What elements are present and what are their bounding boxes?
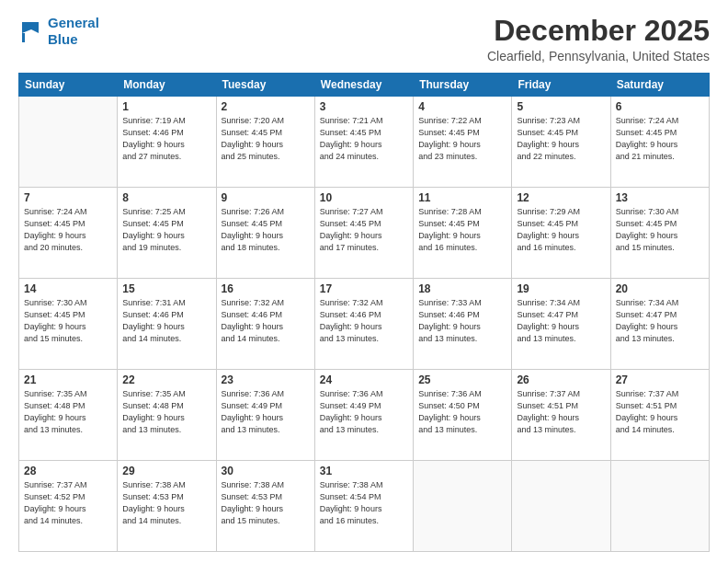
day-cell [512,461,610,552]
day-number: 16 [222,282,310,295]
day-info: Sunrise: 7:36 AM Sunset: 4:49 PM Dayligh… [222,388,310,436]
logo-icon [18,18,44,44]
day-cell: 29Sunrise: 7:38 AM Sunset: 4:53 PM Dayli… [118,461,216,552]
day-info: Sunrise: 7:36 AM Sunset: 4:49 PM Dayligh… [320,388,408,436]
day-cell: 25Sunrise: 7:36 AM Sunset: 4:50 PM Dayli… [414,370,512,461]
day-number: 3 [320,100,408,113]
day-info: Sunrise: 7:37 AM Sunset: 4:51 PM Dayligh… [616,388,704,436]
day-info: Sunrise: 7:38 AM Sunset: 4:53 PM Dayligh… [122,479,210,527]
day-cell: 3Sunrise: 7:21 AM Sunset: 4:45 PM Daylig… [314,97,413,188]
day-cell: 23Sunrise: 7:36 AM Sunset: 4:49 PM Dayli… [216,370,314,461]
page: General Blue December 2025 Clearfield, P… [0,0,728,563]
week-row-1: 7Sunrise: 7:24 AM Sunset: 4:45 PM Daylig… [19,188,710,279]
day-info: Sunrise: 7:32 AM Sunset: 4:46 PM Dayligh… [320,297,408,345]
day-cell [19,97,118,188]
day-cell: 9Sunrise: 7:26 AM Sunset: 4:45 PM Daylig… [216,188,314,279]
day-cell: 17Sunrise: 7:32 AM Sunset: 4:46 PM Dayli… [314,279,413,370]
month-title: December 2025 [487,15,710,47]
calendar-table: SundayMondayTuesdayWednesdayThursdayFrid… [18,73,710,552]
day-number: 8 [122,191,210,204]
day-info: Sunrise: 7:33 AM Sunset: 4:46 PM Dayligh… [418,297,506,345]
weekday-header-row: SundayMondayTuesdayWednesdayThursdayFrid… [19,74,710,97]
day-cell: 18Sunrise: 7:33 AM Sunset: 4:46 PM Dayli… [414,279,512,370]
day-cell: 16Sunrise: 7:32 AM Sunset: 4:46 PM Dayli… [216,279,314,370]
day-number: 6 [616,100,704,113]
logo-text: General Blue [48,15,99,48]
day-info: Sunrise: 7:19 AM Sunset: 4:46 PM Dayligh… [122,115,210,163]
day-number: 9 [222,191,310,204]
day-cell: 1Sunrise: 7:19 AM Sunset: 4:46 PM Daylig… [118,97,216,188]
day-number: 18 [418,282,506,295]
day-number: 25 [418,373,506,386]
day-info: Sunrise: 7:34 AM Sunset: 4:47 PM Dayligh… [517,297,605,345]
week-row-2: 14Sunrise: 7:30 AM Sunset: 4:45 PM Dayli… [19,279,710,370]
weekday-header-sunday: Sunday [19,74,118,97]
day-cell: 13Sunrise: 7:30 AM Sunset: 4:45 PM Dayli… [610,188,709,279]
day-cell: 6Sunrise: 7:24 AM Sunset: 4:45 PM Daylig… [610,97,709,188]
day-cell: 19Sunrise: 7:34 AM Sunset: 4:47 PM Dayli… [512,279,610,370]
day-info: Sunrise: 7:34 AM Sunset: 4:47 PM Dayligh… [616,297,704,345]
day-info: Sunrise: 7:23 AM Sunset: 4:45 PM Dayligh… [517,115,605,163]
day-number: 24 [320,373,408,386]
day-cell [414,461,512,552]
day-cell: 11Sunrise: 7:28 AM Sunset: 4:45 PM Dayli… [414,188,512,279]
day-info: Sunrise: 7:35 AM Sunset: 4:48 PM Dayligh… [122,388,210,436]
day-number: 7 [24,191,112,204]
day-info: Sunrise: 7:37 AM Sunset: 4:52 PM Dayligh… [24,479,112,527]
weekday-header-saturday: Saturday [610,74,709,97]
day-info: Sunrise: 7:30 AM Sunset: 4:45 PM Dayligh… [616,206,704,254]
logo: General Blue [18,15,99,48]
day-number: 17 [320,282,408,295]
weekday-header-monday: Monday [118,74,216,97]
day-cell: 5Sunrise: 7:23 AM Sunset: 4:45 PM Daylig… [512,97,610,188]
day-number: 10 [320,191,408,204]
day-cell: 15Sunrise: 7:31 AM Sunset: 4:46 PM Dayli… [118,279,216,370]
day-cell: 7Sunrise: 7:24 AM Sunset: 4:45 PM Daylig… [19,188,118,279]
day-info: Sunrise: 7:25 AM Sunset: 4:45 PM Dayligh… [122,206,210,254]
day-cell: 21Sunrise: 7:35 AM Sunset: 4:48 PM Dayli… [19,370,118,461]
day-number: 30 [222,465,310,477]
day-number: 4 [418,100,506,113]
day-info: Sunrise: 7:21 AM Sunset: 4:45 PM Dayligh… [320,115,408,163]
day-info: Sunrise: 7:24 AM Sunset: 4:45 PM Dayligh… [616,115,704,163]
svg-rect-2 [22,33,25,42]
week-row-4: 28Sunrise: 7:37 AM Sunset: 4:52 PM Dayli… [19,461,710,552]
day-number: 19 [517,282,605,295]
day-number: 5 [517,100,605,113]
day-number: 31 [320,465,408,477]
weekday-header-thursday: Thursday [414,74,512,97]
day-number: 22 [122,373,210,386]
day-number: 29 [122,465,210,477]
day-number: 2 [222,100,310,113]
day-cell: 31Sunrise: 7:38 AM Sunset: 4:54 PM Dayli… [314,461,413,552]
day-number: 14 [24,282,112,295]
day-cell [610,461,709,552]
day-info: Sunrise: 7:22 AM Sunset: 4:45 PM Dayligh… [418,115,506,163]
day-cell: 20Sunrise: 7:34 AM Sunset: 4:47 PM Dayli… [610,279,709,370]
day-cell: 4Sunrise: 7:22 AM Sunset: 4:45 PM Daylig… [414,97,512,188]
day-number: 28 [24,465,112,477]
day-number: 26 [517,373,605,386]
day-cell: 2Sunrise: 7:20 AM Sunset: 4:45 PM Daylig… [216,97,314,188]
day-cell: 26Sunrise: 7:37 AM Sunset: 4:51 PM Dayli… [512,370,610,461]
day-cell: 12Sunrise: 7:29 AM Sunset: 4:45 PM Dayli… [512,188,610,279]
day-info: Sunrise: 7:24 AM Sunset: 4:45 PM Dayligh… [24,206,112,254]
day-cell: 28Sunrise: 7:37 AM Sunset: 4:52 PM Dayli… [19,461,118,552]
day-number: 13 [616,191,704,204]
day-number: 1 [122,100,210,113]
weekday-header-wednesday: Wednesday [314,74,413,97]
day-info: Sunrise: 7:38 AM Sunset: 4:54 PM Dayligh… [320,479,408,527]
day-number: 11 [418,191,506,204]
day-cell: 14Sunrise: 7:30 AM Sunset: 4:45 PM Dayli… [19,279,118,370]
day-cell: 8Sunrise: 7:25 AM Sunset: 4:45 PM Daylig… [118,188,216,279]
day-cell: 24Sunrise: 7:36 AM Sunset: 4:49 PM Dayli… [314,370,413,461]
weekday-header-tuesday: Tuesday [216,74,314,97]
day-cell: 27Sunrise: 7:37 AM Sunset: 4:51 PM Dayli… [610,370,709,461]
day-cell: 22Sunrise: 7:35 AM Sunset: 4:48 PM Dayli… [118,370,216,461]
day-number: 23 [222,373,310,386]
day-info: Sunrise: 7:20 AM Sunset: 4:45 PM Dayligh… [222,115,310,163]
day-info: Sunrise: 7:27 AM Sunset: 4:45 PM Dayligh… [320,206,408,254]
day-number: 27 [616,373,704,386]
day-number: 21 [24,373,112,386]
day-cell: 30Sunrise: 7:38 AM Sunset: 4:53 PM Dayli… [216,461,314,552]
